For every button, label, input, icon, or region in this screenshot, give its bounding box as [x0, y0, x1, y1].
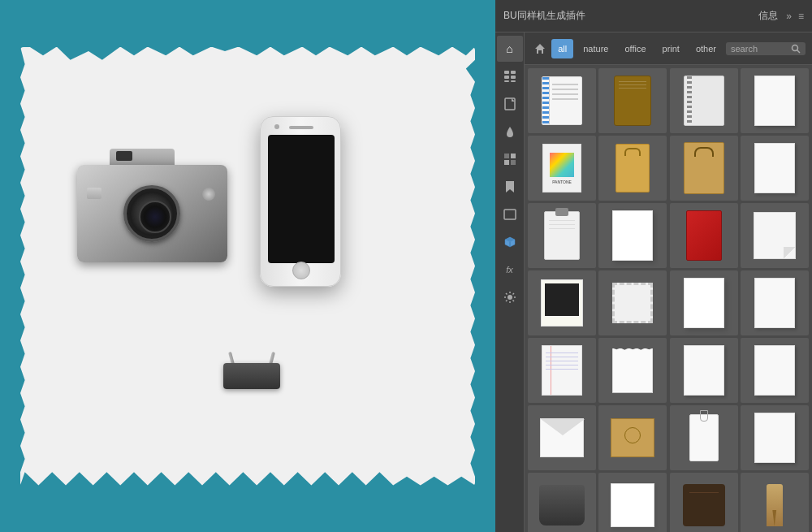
filter-nature-button[interactable]: nature	[577, 39, 615, 58]
grid-item[interactable]	[670, 338, 738, 403]
svg-point-15	[508, 295, 512, 300]
paper-background	[20, 47, 475, 486]
svg-rect-9	[504, 160, 509, 165]
filter-office-button[interactable]: office	[618, 39, 652, 58]
grid-item[interactable]	[741, 405, 809, 470]
red-paper-item	[686, 210, 722, 261]
panel-info-tab[interactable]: 信息	[758, 9, 778, 23]
filter-print-button[interactable]: print	[656, 39, 686, 58]
svg-line-21	[512, 301, 514, 302]
grid-item[interactable]	[741, 473, 809, 532]
svg-rect-0	[504, 71, 509, 74]
grid-item[interactable]	[598, 270, 667, 335]
notebook-item	[542, 76, 582, 125]
phone-home-button	[292, 262, 310, 279]
items-grid: PANTONE	[528, 68, 809, 532]
filter-home-button[interactable]	[531, 37, 548, 60]
phone-body	[260, 116, 341, 287]
grid-item[interactable]	[670, 203, 738, 268]
grid-item[interactable]	[741, 338, 809, 403]
grid-item[interactable]	[598, 473, 667, 532]
grid-item[interactable]	[528, 473, 596, 532]
grid-item[interactable]	[670, 68, 738, 133]
svg-rect-8	[511, 154, 516, 158]
svg-rect-11	[504, 210, 516, 219]
white-paper-item	[612, 210, 653, 261]
toolbar-fx-icon[interactable]: fx	[497, 257, 523, 283]
panel-title: BU同样机生成插件	[503, 9, 746, 23]
stapler-item	[539, 485, 585, 526]
expand-icon[interactable]: »	[786, 11, 792, 22]
search-icon	[791, 44, 801, 54]
grid-item[interactable]	[528, 203, 596, 268]
phone-camera	[274, 124, 279, 129]
polaroid-item	[541, 279, 583, 327]
svg-line-20	[506, 293, 508, 295]
toolbar-cube-icon[interactable]	[497, 229, 523, 255]
canvas-area	[0, 0, 495, 532]
grid-item[interactable]	[670, 136, 738, 201]
camera-viewfinder	[116, 151, 132, 161]
grid-item[interactable]	[741, 68, 809, 133]
svg-point-24	[793, 45, 798, 50]
panel-header: BU同样机生成插件 信息 » ≡	[495, 0, 812, 32]
grid-item[interactable]	[598, 68, 667, 133]
toolbar-grid-icon[interactable]	[497, 63, 523, 89]
brown-notebook-item	[614, 76, 651, 126]
filter-all-button[interactable]: all	[551, 39, 573, 58]
grid-item[interactable]	[598, 203, 667, 268]
toolbar-bookmark-icon[interactable]	[497, 174, 523, 200]
clip-body	[223, 363, 280, 389]
items-grid-area: PANTONE	[525, 65, 812, 532]
toolbar-pattern-icon[interactable]	[497, 146, 523, 172]
white-card-item	[684, 278, 724, 328]
menu-icon[interactable]: ≡	[798, 11, 804, 22]
svg-rect-5	[511, 80, 516, 82]
grid-item[interactable]	[670, 405, 738, 470]
camera-object	[77, 157, 231, 270]
toolbar-rect-icon[interactable]	[497, 201, 523, 227]
grid-item[interactable]	[528, 270, 596, 335]
paper-item-4	[754, 278, 795, 328]
envelope-item	[540, 418, 584, 457]
svg-rect-10	[511, 160, 516, 165]
grid-item[interactable]	[598, 136, 667, 201]
svg-rect-4	[504, 80, 509, 82]
svg-rect-6	[505, 98, 515, 110]
toolbar-home-icon[interactable]: ⌂	[497, 36, 523, 62]
toolbar-sun-icon[interactable]	[497, 284, 523, 310]
tag-item	[689, 414, 719, 461]
search-input[interactable]	[731, 44, 788, 54]
camera-lens-inner	[139, 201, 171, 233]
toolbar-drop-icon[interactable]	[497, 119, 523, 145]
grid-item[interactable]	[741, 203, 809, 268]
grid-item[interactable]	[670, 473, 738, 532]
blank-paper-item	[754, 76, 795, 126]
filter-other-button[interactable]: other	[689, 39, 723, 58]
camera-top	[110, 149, 175, 167]
grid-item[interactable]	[528, 338, 596, 403]
grid-item[interactable]	[598, 338, 667, 403]
grid-item[interactable]	[528, 405, 596, 470]
grid-item[interactable]	[670, 270, 738, 335]
svg-rect-2	[504, 76, 509, 79]
phone-speaker	[289, 126, 313, 129]
grid-item[interactable]	[741, 136, 809, 201]
camera-flash	[87, 188, 102, 199]
clipboard-item	[544, 211, 580, 260]
grid-item[interactable]	[741, 270, 809, 335]
svg-line-22	[512, 293, 514, 295]
lined-note-item	[542, 345, 582, 396]
grid-item[interactable]	[598, 405, 667, 470]
paper-item-7	[754, 413, 795, 463]
toolbar-page-icon[interactable]	[497, 91, 523, 117]
svg-rect-3	[511, 76, 516, 79]
white-box-item	[611, 483, 654, 527]
search-box[interactable]	[726, 42, 806, 55]
grid-item[interactable]: PANTONE	[528, 136, 596, 201]
svg-rect-1	[511, 71, 516, 74]
panel-content: ⌂	[495, 32, 812, 532]
stamp-item	[612, 283, 653, 323]
blank-paper-6	[754, 345, 795, 396]
grid-item[interactable]	[528, 68, 596, 133]
